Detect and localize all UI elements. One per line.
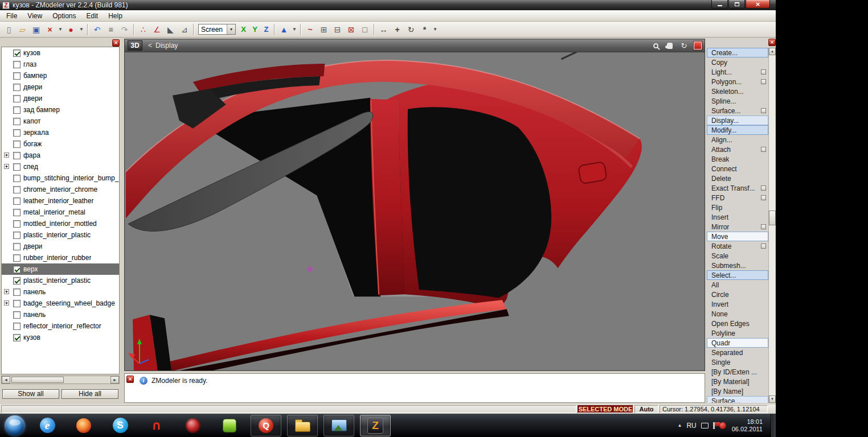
options-box-icon[interactable] (761, 108, 766, 113)
scene-item[interactable]: верх (2, 263, 119, 275)
maximize-button[interactable] (728, 0, 745, 9)
delete-button[interactable]: × (43, 23, 56, 36)
command-none[interactable]: None (707, 309, 768, 319)
scroll-right-button[interactable]: ► (110, 376, 119, 384)
scene-item[interactable]: двери (2, 241, 119, 252)
visibility-checkbox[interactable] (13, 106, 21, 114)
scale-tool-button[interactable]: ↔ (377, 23, 390, 36)
move-tool-button[interactable]: + (391, 23, 404, 36)
edge-select-button[interactable]: ∠ (150, 23, 163, 36)
visibility-checkbox[interactable] (13, 300, 21, 307)
command-all[interactable]: All (707, 280, 768, 290)
scene-item[interactable]: +badge_steering_wheel_badge (2, 298, 119, 309)
hidden-icons-chevron-icon[interactable]: ▲ (677, 423, 682, 428)
command-polyline[interactable]: Polyline (707, 328, 768, 338)
object-select-button[interactable]: ⊿ (178, 23, 191, 36)
command-break[interactable]: Break (707, 154, 768, 164)
viewport-maximize-button[interactable] (694, 42, 702, 50)
scene-item[interactable]: двери (2, 81, 119, 93)
flag-tray-icon[interactable] (713, 422, 715, 429)
command-circle[interactable]: Circle (707, 290, 768, 299)
command-display[interactable]: Display... (707, 116, 768, 125)
options-box-icon[interactable] (761, 69, 766, 75)
scene-item[interactable]: leather_interior_leather (2, 195, 119, 207)
cross-box-button[interactable]: ⊠ (345, 23, 358, 36)
visibility-checkbox[interactable] (13, 323, 21, 330)
face-select-button[interactable]: ◣ (164, 23, 177, 36)
scene-item[interactable]: зад бампер (2, 104, 119, 116)
command-open-edges[interactable]: Open Edges (707, 319, 768, 328)
start-button[interactable] (5, 415, 25, 436)
command-align[interactable]: Align... (707, 135, 768, 145)
command-delete[interactable]: Delete (707, 174, 768, 183)
visibility-checkbox[interactable] (13, 175, 21, 182)
command-connect[interactable]: Connect (707, 164, 768, 174)
plain-box-button[interactable]: □ (358, 23, 371, 36)
scene-item[interactable]: mottled_interior_mottled (2, 218, 119, 229)
auto-badge[interactable]: Auto (634, 405, 658, 413)
taskbar-internet-explorer[interactable]: e (32, 415, 63, 436)
taskbar-green-app[interactable] (214, 415, 245, 436)
command-mirror[interactable]: Mirror (707, 222, 768, 232)
visibility-checkbox[interactable] (13, 118, 21, 125)
scene-item[interactable]: +фара (2, 150, 119, 161)
language-indicator[interactable]: RU (686, 422, 696, 430)
new-file-button[interactable]: ▯ (2, 23, 15, 36)
options-box-icon[interactable] (761, 244, 766, 249)
scene-item[interactable]: +спед (2, 161, 119, 172)
options-box-icon[interactable] (761, 147, 766, 152)
scene-item[interactable]: богаж (2, 138, 119, 150)
command-by-id-exten[interactable]: [By ID/Exten ... (707, 367, 768, 377)
visibility-checkbox[interactable] (13, 95, 21, 102)
scroll-up-button[interactable]: ▲ (769, 48, 776, 55)
open-file-button[interactable]: ▱ (16, 23, 29, 36)
message-panel-close-icon[interactable]: × (126, 376, 134, 383)
scene-item[interactable]: metal_interior_metal (2, 207, 119, 218)
taskbar-browser-flame[interactable] (68, 415, 99, 436)
command-select[interactable]: Select... (707, 270, 768, 280)
command-scrollbar[interactable]: ▲ ▼ (768, 48, 775, 403)
hide-all-button[interactable]: Hide all (62, 389, 118, 399)
view-3d-tab[interactable]: 3D (128, 40, 142, 51)
visibility-checkbox[interactable] (13, 288, 21, 296)
visibility-checkbox[interactable] (13, 72, 21, 80)
zoom-icon[interactable] (651, 41, 660, 50)
scene-item[interactable]: зеркала (2, 127, 119, 138)
visibility-checkbox[interactable] (13, 50, 21, 57)
walk-tool-button[interactable]: * (418, 23, 431, 36)
expand-icon[interactable]: + (4, 300, 9, 306)
taskbar-image-viewer[interactable] (324, 415, 354, 436)
visibility-checkbox[interactable] (13, 311, 21, 319)
close-button[interactable]: × (746, 0, 770, 9)
visibility-checkbox[interactable] (13, 334, 21, 341)
options-box-icon[interactable] (761, 79, 766, 84)
scroll-thumb[interactable] (769, 211, 776, 225)
scene-item[interactable]: глаз (2, 59, 119, 70)
command-rotate[interactable]: Rotate (707, 241, 768, 251)
scene-horizontal-scrollbar[interactable]: ◄ ► (1, 376, 120, 384)
command-submesh[interactable]: Submesh... (707, 261, 768, 270)
visibility-checkbox[interactable] (13, 266, 21, 273)
minimize-button[interactable] (711, 0, 728, 9)
screen-mode-select[interactable]: Screen▼ (198, 24, 236, 35)
visibility-checkbox[interactable] (13, 254, 21, 262)
taskbar-skype[interactable]: S (105, 415, 136, 436)
visibility-checkbox[interactable] (13, 141, 21, 148)
breadcrumb[interactable]: Display (155, 42, 178, 50)
taskbar-zmodeler-app[interactable]: Z (360, 415, 391, 436)
expand-icon[interactable]: + (4, 289, 9, 294)
taskbar-file-explorer[interactable] (287, 415, 318, 436)
scroll-track[interactable] (10, 376, 110, 384)
axis-z-button[interactable]: Z (261, 23, 272, 36)
visibility-checkbox[interactable] (13, 61, 21, 68)
breadcrumb-back[interactable]: < (148, 42, 152, 50)
visibility-checkbox[interactable] (13, 209, 21, 216)
command-light[interactable]: Light... (707, 67, 768, 77)
taskbar-media-disc[interactable] (178, 415, 208, 436)
cone-dropdown[interactable]: ▼ (291, 23, 298, 36)
visibility-checkbox[interactable] (13, 152, 21, 159)
visibility-checkbox[interactable] (13, 163, 21, 171)
command-skeleton[interactable]: Skeleton... (707, 86, 768, 96)
scene-item[interactable]: двери (2, 93, 119, 104)
scroll-left-button[interactable]: ◄ (2, 376, 10, 384)
